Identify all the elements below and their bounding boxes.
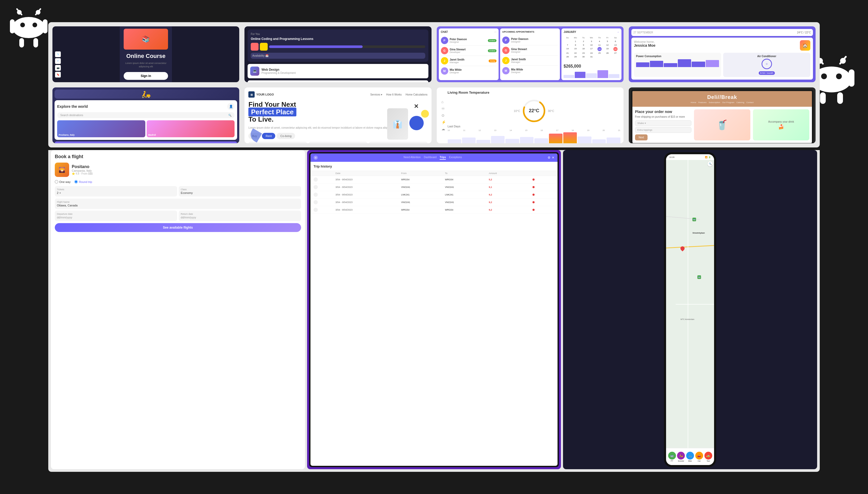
tablet-close-icon[interactable]: ✕ <box>552 156 554 159</box>
appt-item-4[interactable]: M Mia Wilde Designer <box>502 66 558 76</box>
temp-nav-4[interactable]: ⚡ <box>441 120 446 124</box>
instagram-icon[interactable]: 📷 <box>55 65 61 71</box>
appt-item-3[interactable]: J Janet Smith Manager <box>502 56 558 66</box>
trip-row-4[interactable]: 3/04 - 9/04/2023 VNO241 VNO241 9,2 <box>310 198 558 206</box>
cal-day[interactable]: 19 <box>603 47 611 51</box>
cal-day[interactable]: 13 <box>612 43 619 47</box>
chat-item-4[interactable]: M Mia Wilde Designer <box>441 66 497 76</box>
class-field[interactable]: Class Economy <box>179 186 301 196</box>
ux-design-item[interactable]: 🎨 UI/UX Design Programming & Development <box>248 80 428 82</box>
car-nav-btn[interactable]: 🚗 Car <box>695 452 703 462</box>
map-search-icon[interactable]: 🔍 <box>708 161 713 167</box>
cal-day[interactable]: 3 <box>587 40 595 43</box>
tablet-settings-icon[interactable]: ⚙ <box>547 156 551 159</box>
nav-calc[interactable]: Home Calculations <box>406 93 428 96</box>
nav-services[interactable]: Services ▾ <box>370 93 382 96</box>
chat-item-2[interactable]: G Gina Stewart Developer Online <box>441 46 497 56</box>
city-street-field[interactable]: City/Street <box>248 142 307 143</box>
temp-nav-1[interactable]: ⌂ <box>441 100 446 104</box>
deli-next-button[interactable]: Next <box>635 134 648 140</box>
nav-how[interactable]: How It Works <box>386 93 402 96</box>
cal-day[interactable]: 18 <box>597 47 602 51</box>
cal-day[interactable]: 14 <box>563 47 571 51</box>
cal-day[interactable]: 1 <box>572 40 579 43</box>
rent-tab[interactable]: Rent <box>262 133 275 139</box>
facebook-icon[interactable]: f <box>55 58 61 64</box>
cal-day[interactable]: 11 <box>596 43 603 47</box>
chat-more-icon[interactable]: ··· <box>495 31 497 33</box>
close-button[interactable]: ✕ <box>414 103 419 110</box>
cal-day[interactable]: 30 <box>580 55 587 58</box>
cal-day[interactable]: 8 <box>572 43 579 47</box>
property-type-field[interactable]: Property Type <box>309 142 367 143</box>
availability-field[interactable]: Availability 📅 <box>251 53 425 59</box>
thermostat-dial[interactable]: 22°C <box>522 99 546 123</box>
user-avatar[interactable]: 👤 <box>227 103 234 110</box>
cal-day[interactable]: 23 <box>580 52 587 55</box>
map-view[interactable]: Strawinkylaan WTC Amsterdam 🚌 🚌 🔍 <box>666 160 714 448</box>
dest-card-2[interactable]: Madrid <box>147 120 235 137</box>
cal-day[interactable]: 31 <box>587 55 595 58</box>
cal-day[interactable]: 10 <box>587 43 595 47</box>
cal-header-th: Th <box>596 36 603 39</box>
web-design-item[interactable]: 💻 Web Design Programming & Development <box>248 64 428 78</box>
appt-item-2[interactable]: G Gina Stewart Designer <box>502 45 558 56</box>
search-bar[interactable]: Search destinations 🔍 <box>57 112 234 118</box>
chat-item-3[interactable]: J Janet Smith Manager Away <box>441 56 497 66</box>
trip-row-2[interactable]: 3/04 - 9/04/2023 VNO241 VNO241 9,1 <box>310 184 558 191</box>
temp-nav-3[interactable]: ⊙ <box>441 113 446 117</box>
from-field[interactable]: Flight Name Ottawa, Canada <box>55 198 301 209</box>
tab-dashboard[interactable]: Dashboard <box>424 156 437 160</box>
cal-day[interactable]: 16 <box>580 47 587 51</box>
cal-day[interactable]: 12 <box>603 43 611 47</box>
one-way-radio[interactable]: One way <box>55 180 71 184</box>
cal-day[interactable]: 5 <box>603 40 611 43</box>
appointments-section: UPCOMING APPOINTMENTS P Peter Dawson Des… <box>500 28 560 80</box>
cal-day[interactable]: 2 <box>580 40 587 43</box>
return-field[interactable]: Return date dd/mm/yyyy <box>179 211 301 221</box>
temp-nav-5[interactable]: ☁ <box>441 127 446 131</box>
cal-day[interactable]: 29 <box>572 55 579 58</box>
signin-button[interactable]: Sign in <box>124 72 168 80</box>
trip-row-5[interactable]: 3/04 - 9/04/2023 WRG54 WRG54 9,2 <box>310 206 558 214</box>
taxi-nav-btn[interactable]: 🚕 Taxi <box>705 452 712 462</box>
price-range-field[interactable]: Price Range <box>369 142 428 143</box>
bike-nav-btn[interactable]: 🚲 Bike <box>686 452 694 462</box>
cal-day[interactable] <box>563 40 571 43</box>
cal-day[interactable]: 28 <box>563 55 571 58</box>
tab-need-attention[interactable]: Need Attention <box>404 156 421 160</box>
dest-card-1[interactable]: Positano, Italy <box>57 120 145 137</box>
tickets-field[interactable]: Tickets 2 + <box>55 186 177 196</box>
twitter-icon[interactable]: 𝕏 <box>55 52 61 57</box>
round-trip-radio[interactable]: Round trip <box>74 180 92 184</box>
cal-day[interactable]: 6 <box>612 40 619 43</box>
cal-day[interactable]: 17 <box>587 47 595 51</box>
cal-day[interactable]: 21 <box>563 52 571 55</box>
cal-day[interactable]: 24 <box>587 52 595 55</box>
trip-row-3[interactable]: 3/04 - 9/04/2023 LNK241 LNK241 9,2 <box>310 191 558 198</box>
appt-item-1[interactable]: P Peter Dawson Designer <box>502 35 558 45</box>
cal-day[interactable]: 26 <box>603 52 611 55</box>
tab-exceptions[interactable]: Exceptions <box>449 156 462 160</box>
tab-trips[interactable]: Trips <box>440 156 446 160</box>
scooter-nav-btn[interactable]: 🛵 Scooter <box>677 452 685 462</box>
cal-day[interactable]: 25 <box>596 52 603 55</box>
cal-day[interactable]: 20 <box>613 47 618 51</box>
cal-day[interactable]: 27 <box>612 52 619 55</box>
chat-item-1[interactable]: P Peter Dawson Designer Online <box>441 36 497 46</box>
coliving-tab[interactable]: Co-living <box>276 133 295 139</box>
calendar-arrow[interactable]: → <box>617 31 619 33</box>
cal-day[interactable]: 22 <box>572 52 579 55</box>
cal-day[interactable]: 7 <box>563 43 571 47</box>
see-flights-button[interactable]: See available flights <box>55 223 301 232</box>
search-icon: 🔍 <box>228 114 231 117</box>
pt-nav-btn[interactable]: 🚌 PT <box>668 452 676 462</box>
bookmark-icon[interactable]: 🔖 <box>55 72 61 77</box>
cal-day[interactable]: 9 <box>580 43 587 47</box>
cal-day[interactable]: 4 <box>596 40 603 43</box>
trip-row-1[interactable]: 3/04 - 9/04/2023 WRG54 WRG54 5,2 <box>310 176 558 184</box>
cal-day[interactable]: 15 <box>572 47 579 51</box>
svg-rect-15 <box>849 70 854 87</box>
departure-field[interactable]: Departure date dd/mm/yyyy <box>55 211 177 221</box>
temp-nav-2[interactable]: ♾ <box>441 107 446 111</box>
